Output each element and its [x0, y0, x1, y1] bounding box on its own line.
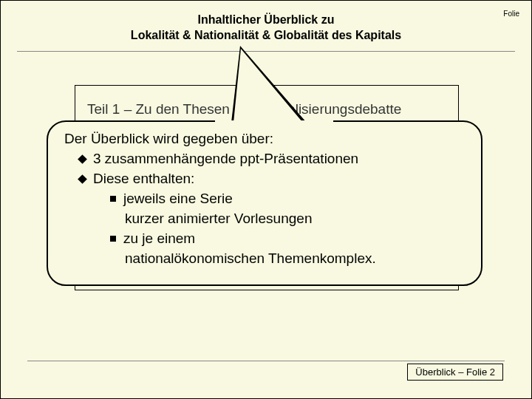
callout-tail-fill [233, 49, 303, 123]
diamond-bullet-icon [78, 174, 87, 184]
callout-sub-1-cont: kurzer animierter Vorlesungen [64, 209, 465, 229]
callout-bullet-1-text: 3 zusammenhängende ppt-Präsentationen [93, 151, 358, 166]
square-bullet-icon [110, 236, 116, 242]
callout-sub-2: zu je einem [64, 229, 465, 249]
callout-sub-2-text: zu je einem [123, 231, 195, 246]
square-bullet-icon [110, 196, 116, 202]
callout-intro: Der Überblick wird gegeben über: [64, 129, 465, 149]
slide: Folie Inhaltlicher Überblick zu Lokalitä… [0, 0, 532, 399]
callout-tail-gap [215, 120, 333, 125]
title-block: Inhaltlicher Überblick zu Lokalität & Na… [1, 13, 531, 44]
callout-sub-1: jeweils eine Serie [64, 189, 465, 209]
callout-bullet-1: 3 zusammenhängende ppt-Präsentationen [64, 149, 465, 169]
title-line-1: Inhaltlicher Überblick zu [1, 13, 531, 28]
callout-sub-2-cont: nationalökonomischen Themenkomplex. [64, 249, 465, 269]
footer-slide-number: Überblick – Folie 2 [407, 364, 503, 381]
callout-bullet-2-text: Diese enthalten: [93, 171, 194, 186]
footer-rule [27, 361, 505, 361]
callout-bullet-2: Diese enthalten: [64, 169, 465, 189]
callout-sub-1-text: jeweils eine Serie [123, 191, 233, 206]
diamond-bullet-icon [78, 154, 87, 164]
title-line-2: Lokalität & Nationalität & Globalität de… [1, 28, 531, 44]
callout-bubble: Der Überblick wird gegeben über: 3 zusam… [47, 120, 482, 286]
